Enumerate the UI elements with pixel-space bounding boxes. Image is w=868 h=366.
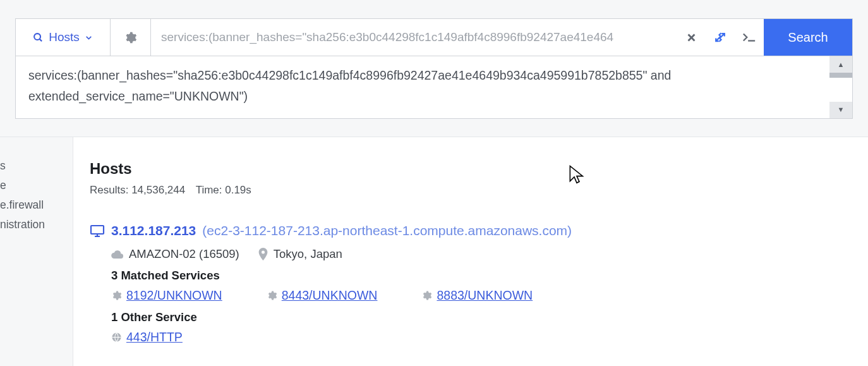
result-asn: AMAZON-02 (16509): [111, 247, 239, 261]
gear-icon: [111, 290, 122, 301]
search-button[interactable]: Search: [764, 19, 852, 56]
terminal-button[interactable]: [735, 19, 764, 56]
sidebar-item[interactable]: s: [0, 156, 73, 176]
clear-button[interactable]: [677, 19, 706, 56]
monitor-icon: [90, 224, 105, 237]
hosts-dropdown[interactable]: Hosts: [16, 19, 111, 56]
sidebar-item[interactable]: nistration: [0, 215, 73, 235]
location-icon: [258, 248, 268, 260]
scroll-up[interactable]: ▲: [829, 56, 852, 78]
service-link[interactable]: 8883/UNKNOWN: [421, 288, 533, 303]
scroll-down[interactable]: ▼: [829, 102, 852, 118]
results-count: Results: 14,536,244: [90, 184, 185, 196]
gear-icon: [421, 290, 432, 301]
result-hostname[interactable]: (ec2-3-112-187-213.ap-northeast-1.comput…: [202, 223, 572, 238]
results-main: Hosts Results: 14,536,244 Time: 0.19s 3.…: [73, 137, 868, 367]
result-location: Tokyo, Japan: [258, 247, 342, 261]
query-input[interactable]: [161, 30, 666, 44]
scroll-widget: ▲ ▼: [829, 56, 852, 118]
service-link[interactable]: 8192/UNKNOWN: [111, 288, 222, 303]
sidebar-item[interactable]: e: [0, 176, 73, 195]
close-icon: [686, 32, 697, 43]
result-card: 3.112.187.213 (ec2-3-112-187-213.ap-nort…: [90, 223, 868, 345]
collapse-button[interactable]: [706, 19, 735, 56]
chevron-down-icon: [85, 34, 93, 42]
terminal-icon: [742, 32, 756, 43]
expanded-query-text: services:(banner_hashes="sha256:e3b0c442…: [28, 68, 671, 103]
collapse-icon: [714, 32, 726, 43]
search-icon: [33, 32, 44, 43]
results-title: Hosts: [90, 160, 868, 178]
cloud-icon: [111, 250, 123, 259]
search-bar: Hosts Search: [15, 18, 853, 56]
svg-point-0: [34, 34, 40, 40]
sidebar-item[interactable]: e.firewall: [0, 195, 73, 215]
gear-icon: [124, 31, 137, 44]
gear-icon: [267, 290, 277, 301]
svg-rect-5: [91, 226, 104, 234]
results-time: Time: 0.19s: [196, 184, 251, 196]
svg-line-1: [40, 39, 42, 41]
service-link[interactable]: 8443/UNKNOWN: [267, 288, 378, 303]
result-ip-link[interactable]: 3.112.187.213: [111, 223, 196, 238]
globe-icon: [111, 332, 122, 343]
hosts-label: Hosts: [49, 30, 80, 44]
query-input-wrap: [151, 19, 677, 56]
settings-button[interactable]: [111, 19, 151, 56]
matched-services-row: 8192/UNKNOWN 8443/UNKNOWN 8883/UNKNOWN: [111, 288, 868, 303]
service-link[interactable]: 443/HTTP: [111, 330, 183, 345]
result-ip-line: 3.112.187.213 (ec2-3-112-187-213.ap-nort…: [90, 223, 868, 238]
sidebar: s e e.firewall nistration: [0, 137, 73, 367]
other-services-row: 443/HTTP: [111, 330, 868, 345]
other-services-header: 1 Other Service: [111, 310, 868, 324]
matched-services-header: 3 Matched Services: [111, 269, 868, 283]
expanded-query-box[interactable]: services:(banner_hashes="sha256:e3b0c442…: [15, 56, 853, 119]
results-meta: Results: 14,536,244 Time: 0.19s: [90, 184, 868, 197]
